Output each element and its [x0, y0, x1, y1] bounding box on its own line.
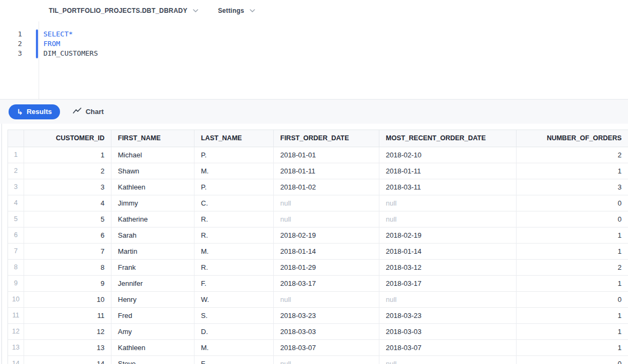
cell-first_name[interactable]: Katherine — [111, 211, 195, 227]
database-schema-selector[interactable]: TIL_PORTFOLIO_PROJECTS.DBT_DBRADY — [49, 7, 198, 14]
row-number[interactable]: 9 — [8, 276, 24, 291]
cell-number_of_orders[interactable]: 1 — [517, 163, 628, 179]
cell-first_name[interactable]: Martin — [111, 244, 195, 259]
cell-customer_id[interactable]: 9 — [24, 276, 111, 291]
cell-last_name[interactable]: R. — [195, 228, 274, 243]
row-number[interactable]: 3 — [8, 179, 24, 195]
cell-first_name[interactable]: Fred — [111, 308, 195, 323]
cell-first_name[interactable]: Sarah — [111, 228, 195, 243]
cell-last_name[interactable]: P. — [195, 147, 274, 163]
row-number[interactable]: 14 — [8, 356, 24, 364]
row-number[interactable]: 4 — [8, 195, 24, 211]
cell-first_order_date[interactable]: null — [274, 211, 379, 227]
cell-last_name[interactable]: R. — [195, 211, 274, 227]
cell-customer_id[interactable]: 4 — [24, 195, 111, 211]
cell-first_order_date[interactable]: 2018-03-07 — [274, 340, 379, 355]
cell-customer_id[interactable]: 13 — [24, 340, 111, 355]
settings-dropdown[interactable]: Settings — [218, 7, 255, 14]
cell-number_of_orders[interactable]: 0 — [517, 195, 628, 211]
cell-most_recent_order_date[interactable]: 2018-02-19 — [379, 228, 517, 243]
cell-customer_id[interactable]: 5 — [24, 211, 111, 227]
cell-first_order_date[interactable]: 2018-01-02 — [274, 179, 379, 195]
tab-chart[interactable]: Chart — [73, 108, 104, 116]
cell-number_of_orders[interactable]: 1 — [517, 244, 628, 259]
cell-first_order_date[interactable]: 2018-01-14 — [274, 244, 379, 259]
cell-number_of_orders[interactable]: 0 — [517, 356, 628, 364]
cell-last_name[interactable]: W. — [195, 292, 274, 307]
cell-number_of_orders[interactable]: 1 — [517, 308, 628, 323]
cell-most_recent_order_date[interactable]: 2018-03-07 — [379, 340, 517, 355]
cell-first_name[interactable]: Jimmy — [111, 195, 195, 211]
cell-most_recent_order_date[interactable]: 2018-03-12 — [379, 260, 517, 275]
cell-last_name[interactable]: P. — [195, 179, 274, 195]
cell-first_name[interactable]: Steve — [111, 356, 195, 364]
cell-first_order_date[interactable]: null — [274, 356, 379, 364]
row-number[interactable]: 5 — [8, 211, 24, 227]
column-header-most_recent_order_date[interactable]: MOST_RECENT_ORDER_DATE — [379, 130, 517, 147]
cell-last_name[interactable]: M. — [195, 163, 274, 179]
sql-editor[interactable]: 1SELECT*2FROM3DIM_CUSTOMERS — [0, 21, 628, 99]
cell-most_recent_order_date[interactable]: 2018-02-10 — [379, 147, 517, 163]
row-number[interactable]: 11 — [8, 308, 24, 323]
cell-first_name[interactable]: Kathleen — [111, 179, 195, 195]
cell-last_name[interactable]: D. — [195, 324, 274, 339]
cell-last_name[interactable]: S. — [195, 308, 274, 323]
cell-first_name[interactable]: Michael — [111, 147, 195, 163]
cell-most_recent_order_date[interactable]: 2018-01-11 — [379, 163, 517, 179]
cell-number_of_orders[interactable]: 0 — [517, 211, 628, 227]
cell-customer_id[interactable]: 14 — [24, 356, 111, 364]
column-header-number_of_orders[interactable]: NUMBER_OF_ORDERS — [517, 130, 628, 147]
cell-number_of_orders[interactable]: 1 — [517, 340, 628, 355]
cell-most_recent_order_date[interactable]: null — [379, 356, 517, 364]
cell-number_of_orders[interactable]: 1 — [517, 228, 628, 243]
tab-results[interactable]: ↳ Results — [9, 104, 60, 119]
cell-last_name[interactable]: C. — [195, 195, 274, 211]
row-number[interactable]: 10 — [8, 292, 24, 307]
row-number[interactable]: 2 — [8, 163, 24, 179]
cell-first_order_date[interactable]: 2018-03-23 — [274, 308, 379, 323]
column-header-first_order_date[interactable]: FIRST_ORDER_DATE — [274, 130, 379, 147]
cell-first_name[interactable]: Kathleen — [111, 340, 195, 355]
cell-first_order_date[interactable]: 2018-03-17 — [274, 276, 379, 291]
column-header-customer_id[interactable]: CUSTOMER_ID — [24, 130, 111, 147]
cell-number_of_orders[interactable]: 0 — [517, 292, 628, 307]
cell-last_name[interactable]: M. — [195, 340, 274, 355]
row-number[interactable]: 13 — [8, 340, 24, 355]
cell-last_name[interactable]: M. — [195, 244, 274, 259]
cell-customer_id[interactable]: 11 — [24, 308, 111, 323]
cell-first_order_date[interactable]: 2018-01-29 — [274, 260, 379, 275]
cell-customer_id[interactable]: 6 — [24, 228, 111, 243]
cell-most_recent_order_date[interactable]: null — [379, 195, 517, 211]
cell-last_name[interactable]: R. — [195, 260, 274, 275]
cell-first_name[interactable]: Jennifer — [111, 276, 195, 291]
cell-number_of_orders[interactable]: 3 — [517, 179, 628, 195]
cell-most_recent_order_date[interactable]: 2018-03-17 — [379, 276, 517, 291]
cell-customer_id[interactable]: 10 — [24, 292, 111, 307]
row-number[interactable]: 12 — [8, 324, 24, 339]
cell-customer_id[interactable]: 1 — [24, 147, 111, 163]
cell-number_of_orders[interactable]: 1 — [517, 276, 628, 291]
cell-last_name[interactable]: F. — [195, 356, 274, 364]
row-number[interactable]: 1 — [8, 147, 24, 163]
cell-customer_id[interactable]: 7 — [24, 244, 111, 259]
cell-most_recent_order_date[interactable]: 2018-03-03 — [379, 324, 517, 339]
cell-customer_id[interactable]: 12 — [24, 324, 111, 339]
column-header-last_name[interactable]: LAST_NAME — [195, 130, 274, 147]
cell-first_order_date[interactable]: 2018-01-11 — [274, 163, 379, 179]
cell-most_recent_order_date[interactable]: 2018-01-14 — [379, 244, 517, 259]
cell-first_order_date[interactable]: 2018-03-03 — [274, 324, 379, 339]
cell-first_name[interactable]: Amy — [111, 324, 195, 339]
cell-first_name[interactable]: Frank — [111, 260, 195, 275]
cell-number_of_orders[interactable]: 2 — [517, 147, 628, 163]
row-number[interactable]: 8 — [8, 260, 24, 275]
cell-first_order_date[interactable]: 2018-01-01 — [274, 147, 379, 163]
cell-most_recent_order_date[interactable]: null — [379, 211, 517, 227]
row-number[interactable]: 6 — [8, 228, 24, 243]
cell-first_order_date[interactable]: null — [274, 292, 379, 307]
cell-customer_id[interactable]: 8 — [24, 260, 111, 275]
cell-number_of_orders[interactable]: 2 — [517, 260, 628, 275]
cell-first_name[interactable]: Shawn — [111, 163, 195, 179]
cell-first_order_date[interactable]: null — [274, 195, 379, 211]
row-number[interactable]: 7 — [8, 244, 24, 259]
cell-last_name[interactable]: F. — [195, 276, 274, 291]
